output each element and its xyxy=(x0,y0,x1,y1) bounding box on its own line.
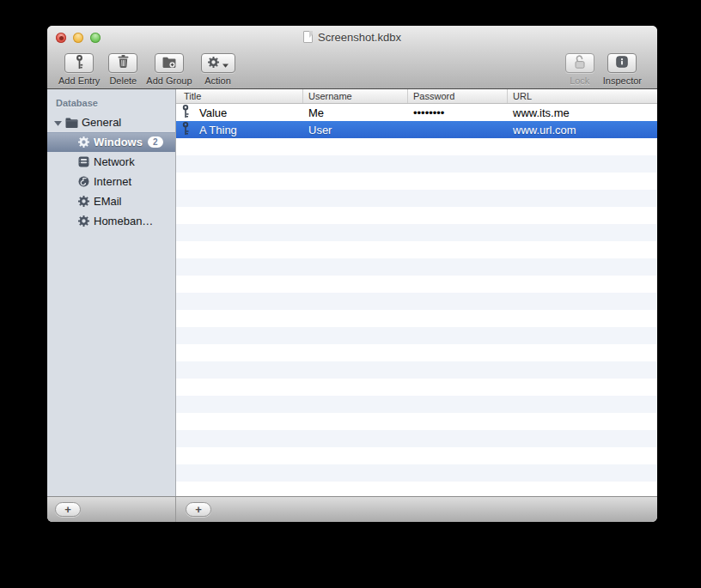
inspector-label: Inspector xyxy=(603,76,642,86)
lock-item: Lock xyxy=(565,53,594,86)
entry-username: Me xyxy=(303,106,408,119)
lock-button[interactable] xyxy=(565,53,594,73)
sidebar-item-internet[interactable]: Internet xyxy=(47,172,175,191)
add-group-label: Add Group xyxy=(146,76,192,86)
sidebar-section-header: Database xyxy=(47,95,175,112)
sidebar-item-email[interactable]: EMail xyxy=(47,191,175,211)
entry-count-badge: 2 xyxy=(148,136,163,148)
sidebar-item-label: Homeban… xyxy=(94,215,153,227)
folder-icon xyxy=(64,118,78,128)
sidebar-item-label: Internet xyxy=(94,175,131,188)
sidebar-item-label: EMail xyxy=(94,195,122,208)
bottom-bar-sidebar-section: + xyxy=(47,497,176,522)
add-group-button[interactable] xyxy=(155,53,184,73)
entry-title: Value xyxy=(199,106,227,119)
inspector-item: Inspector xyxy=(603,53,642,86)
key-icon xyxy=(181,105,190,120)
action-label: Action xyxy=(204,76,231,86)
sidebar-item-label: Network xyxy=(94,155,135,168)
empty-row-stripes xyxy=(176,138,657,496)
bottom-bar-table-section: + xyxy=(176,497,657,522)
table-header: Title Username Password URL xyxy=(176,89,657,104)
titlebar[interactable]: Screenshot.kdbx xyxy=(47,26,657,48)
entry-url: www.url.com xyxy=(508,124,657,136)
sidebar-item-homebanking[interactable]: Homeban… xyxy=(47,211,175,231)
close-button[interactable] xyxy=(56,33,66,43)
entry-title: A Thing xyxy=(199,124,237,136)
lock-label: Lock xyxy=(570,76,589,86)
key-icon xyxy=(75,55,84,72)
sidebar-item-network[interactable]: Network xyxy=(47,152,175,172)
sidebar-item-general[interactable]: General xyxy=(47,112,175,132)
gear-icon xyxy=(76,136,90,148)
window-title: Screenshot.kdbx xyxy=(318,31,401,44)
entry-url: www.its.me xyxy=(508,106,657,119)
action-item: Action xyxy=(201,53,235,86)
entry-table: Title Username Password URL xyxy=(176,89,657,496)
gear-icon xyxy=(76,196,90,207)
bottom-bar: + + xyxy=(47,496,657,522)
column-header-username[interactable]: Username xyxy=(303,89,408,103)
window-title-group: Screenshot.kdbx xyxy=(303,31,401,44)
trash-icon xyxy=(118,55,129,71)
toolbar: Add Entry xyxy=(47,48,657,86)
action-button[interactable] xyxy=(201,53,235,73)
column-header-password[interactable]: Password xyxy=(408,89,508,103)
document-icon xyxy=(303,31,313,43)
table-row-a-thing[interactable]: A Thing User www.url.com xyxy=(176,121,657,138)
network-icon xyxy=(76,156,90,167)
disclosure-triangle-icon[interactable] xyxy=(54,116,62,129)
add-entry-label: Add Entry xyxy=(58,76,100,86)
desktop: { "titlebar": { "title": "Screenshot.kdb… xyxy=(0,0,701,588)
folder-plus-icon xyxy=(162,56,176,71)
open-padlock-icon xyxy=(574,55,586,72)
key-icon xyxy=(181,122,190,137)
column-header-url[interactable]: URL xyxy=(508,89,657,103)
delete-label: Delete xyxy=(109,76,137,86)
gear-icon xyxy=(208,56,219,71)
entry-username: User xyxy=(303,124,408,136)
add-entry-button[interactable] xyxy=(64,53,94,73)
delete-item: Delete xyxy=(108,53,137,86)
sidebar-item-label: Windows xyxy=(94,136,143,149)
inspector-button[interactable] xyxy=(607,53,637,73)
traffic-lights xyxy=(56,33,101,43)
add-group-item: Add Group xyxy=(146,53,192,86)
minimize-button[interactable] xyxy=(73,33,83,43)
group-sidebar: Database General xyxy=(47,89,176,496)
delete-button[interactable] xyxy=(108,53,137,73)
add-entry-pill-button[interactable]: + xyxy=(186,502,211,517)
zoom-button[interactable] xyxy=(90,33,101,43)
table-row-value[interactable]: Value Me •••••••• www.its.me xyxy=(176,104,657,121)
window-chrome: Screenshot.kdbx xyxy=(47,26,657,89)
column-header-title[interactable]: Title xyxy=(176,89,303,103)
entry-password: •••••••• xyxy=(408,106,508,119)
app-window: Screenshot.kdbx xyxy=(47,26,657,522)
sidebar-item-windows[interactable]: Windows 2 xyxy=(47,132,175,152)
main-split: Database General xyxy=(47,89,657,496)
add-group-pill-button[interactable]: + xyxy=(55,502,81,517)
sidebar-item-label: General xyxy=(82,116,121,129)
add-entry-item: Add Entry xyxy=(58,53,100,86)
gear-icon xyxy=(76,215,90,227)
info-panel-icon xyxy=(616,56,628,71)
globe-icon xyxy=(76,176,90,187)
chevron-down-icon xyxy=(222,56,229,71)
